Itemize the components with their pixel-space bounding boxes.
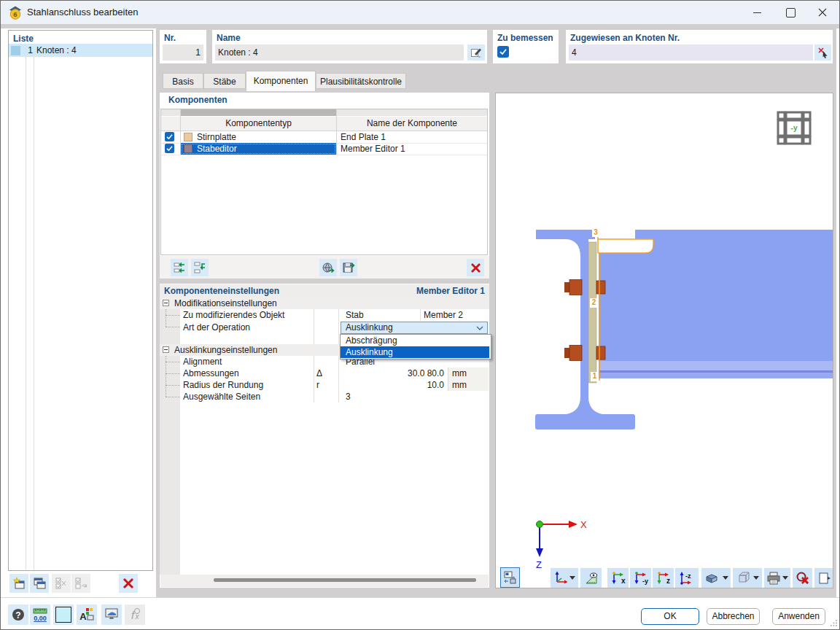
settings-scrollbar-track[interactable] — [160, 575, 489, 587]
formula-button[interactable]: fx — [125, 604, 145, 625]
column-header-name[interactable]: Name der Komponente — [337, 117, 487, 131]
resize-grip[interactable] — [831, 619, 838, 626]
collapse-icon[interactable] — [163, 346, 169, 353]
setting-symbol: Δ — [316, 368, 322, 379]
section-label: Modifikationseinstellungen — [174, 298, 277, 309]
setting-value[interactable]: 10.0 — [341, 379, 444, 391]
name-input[interactable]: Knoten : 4 — [215, 44, 464, 61]
copy-item-button[interactable] — [30, 574, 49, 593]
wireframe-button[interactable] — [733, 568, 762, 588]
assigned-label: Zugewiesen an Knoten Nr. — [570, 33, 680, 43]
minimize-button[interactable] — [740, 1, 774, 24]
viewer-panel[interactable]: X Z 3 2 1 -y x -y — [495, 93, 833, 588]
combobox-value: Ausklinkung — [346, 322, 393, 333]
delete-all-components-button[interactable] — [467, 259, 484, 276]
component-row[interactable]: Stabeditor Member Editor 1 — [161, 143, 487, 155]
reset-view-button[interactable] — [500, 567, 520, 588]
exit-view-button[interactable] — [814, 568, 833, 588]
pick-node-button[interactable] — [814, 44, 831, 61]
apply-button[interactable]: Anwenden — [772, 608, 825, 625]
tab-plausibilitaetskontrolle[interactable]: Plausibilitätskontrolle — [316, 73, 406, 89]
edit-name-button[interactable] — [467, 44, 485, 61]
save-component-button[interactable] — [340, 259, 357, 276]
connection-3d-view[interactable]: X Z — [496, 93, 833, 588]
tab-komponenten[interactable]: Komponenten — [246, 71, 316, 91]
ok-button[interactable]: OK — [641, 608, 699, 625]
font-color-button[interactable]: A — [77, 604, 97, 625]
component-name: End Plate 1 — [341, 131, 386, 143]
delete-item-button[interactable] — [119, 574, 138, 593]
tab-basis[interactable]: Basis — [163, 73, 203, 89]
svg-text:A: A — [79, 611, 87, 622]
chevron-down-icon — [476, 326, 483, 330]
cancel-button[interactable]: Abbrechen — [707, 608, 760, 625]
import-component-button[interactable] — [319, 259, 337, 276]
tree-line — [166, 327, 180, 327]
setting-value2[interactable]: Member 2 — [424, 309, 463, 321]
window-title: Stahlanschluss bearbeiten — [27, 1, 139, 24]
design-panel: Zu bemessen — [493, 30, 559, 63]
svg-text:6: 6 — [13, 10, 17, 18]
new-item-button[interactable] — [9, 574, 28, 593]
zoom-cancel-button[interactable] — [793, 568, 812, 588]
component-name: Member Editor 1 — [341, 143, 405, 155]
nr-value: 1 — [163, 44, 203, 61]
svg-text:z: z — [666, 577, 670, 585]
svg-text:-y: -y — [642, 578, 648, 585]
setting-label: Alignment — [183, 356, 222, 368]
assigned-panel: Zugewiesen an Knoten Nr. 4 — [566, 30, 833, 63]
setting-value[interactable]: 30.0 80.0 — [341, 368, 444, 379]
setting-value[interactable]: 3 — [346, 391, 351, 402]
settings-title: Komponenteneinstellungen — [164, 286, 279, 296]
dropdown-item-selected[interactable]: Ausklinkung — [341, 346, 489, 358]
setting-unit: mm — [448, 368, 489, 379]
revert-check-button[interactable] — [71, 574, 90, 593]
view-minus-y-button[interactable]: -y — [630, 568, 651, 588]
component-swatch — [184, 133, 192, 141]
list-item[interactable]: 1 Knoten : 4 — [9, 44, 152, 57]
dropdown-item-label: Abschrägung — [346, 335, 397, 346]
close-button[interactable] — [806, 1, 839, 24]
help-button[interactable]: ? — [8, 604, 28, 625]
dropdown-popup: Abschrägung Ausklinkung — [340, 334, 491, 359]
view-cube[interactable]: -y — [777, 111, 812, 145]
render-mode-button[interactable] — [701, 568, 731, 588]
maximize-button[interactable] — [774, 1, 807, 24]
component-checkbox[interactable] — [165, 144, 174, 153]
print-button[interactable] — [764, 568, 790, 588]
list-column-divider — [26, 44, 26, 570]
insert-component-button[interactable] — [191, 259, 209, 276]
component-checkbox[interactable] — [165, 132, 174, 141]
collapse-icon[interactable] — [163, 300, 169, 306]
settings-panel: Komponenteneinstellungen Member Editor 1… — [160, 284, 489, 588]
components-title: Komponenten — [168, 95, 228, 105]
background-color-button[interactable] — [53, 604, 74, 625]
setting-value[interactable]: Stab — [346, 309, 364, 321]
tab-staebe[interactable]: Stäbe — [203, 73, 246, 89]
table-corner-cell — [161, 109, 180, 116]
view-x-button[interactable]: x — [607, 568, 629, 588]
setting-label: Zu modifizierendes Objekt — [183, 309, 284, 321]
nr-label: Nr. — [164, 33, 176, 43]
units-button[interactable]: 0,00 — [30, 604, 50, 625]
column-header-type[interactable]: Komponententyp — [181, 117, 336, 131]
settings-section[interactable]: Modifikationseinstellungen — [160, 298, 489, 309]
list-panel: Liste 1 Knoten : 4 — [8, 30, 153, 571]
view-minus-z-button[interactable]: -z — [675, 568, 699, 588]
selected-cell[interactable]: Stabeditor — [181, 143, 336, 155]
settings-scrollbar-thumb[interactable] — [214, 578, 476, 582]
add-component-button[interactable] — [171, 259, 188, 276]
component-row[interactable]: Stirnplatte End Plate 1 — [161, 131, 487, 144]
tree-line — [166, 315, 180, 316]
design-checkbox[interactable] — [497, 46, 509, 58]
assigned-input[interactable]: 4 — [569, 44, 813, 61]
operation-combobox[interactable]: Ausklinkung — [341, 322, 488, 334]
display-settings-button[interactable] — [101, 604, 122, 625]
view-z-button[interactable]: z — [653, 568, 674, 588]
dropdown-item[interactable]: Abschrägung — [341, 335, 489, 346]
check-all-button[interactable] — [52, 574, 71, 593]
measure-button[interactable] — [580, 568, 602, 588]
axes-view-button[interactable] — [551, 568, 578, 588]
component-type: Stabeditor — [197, 143, 237, 155]
list-column-divider — [34, 44, 34, 570]
